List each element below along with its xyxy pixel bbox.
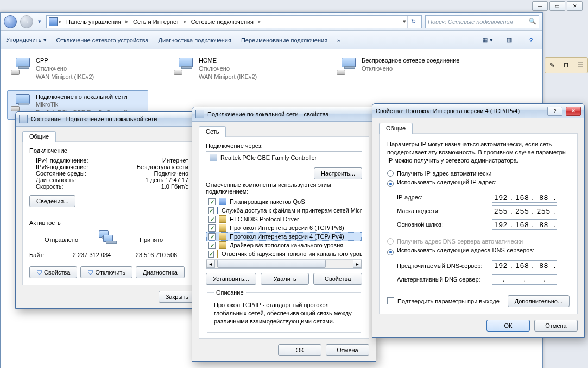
connection-cpp[interactable]: CPP Отключено WAN Miniport (IKEv2) xyxy=(7,54,148,84)
component-icon xyxy=(219,198,226,205)
subnet-mask-field[interactable] xyxy=(492,205,557,216)
status-dialog: Состояние - Подключение по локальной сет… xyxy=(15,111,203,309)
gateway-field[interactable] xyxy=(492,219,557,230)
crumb-0[interactable]: Панель управления xyxy=(63,17,124,26)
side-toolbar: ✎ 🗒 ☰ xyxy=(545,57,588,73)
radio-static-dns[interactable]: Использовать следующие адреса DNS-сервер… xyxy=(387,247,570,255)
component-icon xyxy=(219,241,226,249)
component-icon xyxy=(217,250,218,258)
uninstall-button[interactable]: Удалить xyxy=(261,273,309,285)
selected-component: ✓Протокол Интернета версии 4 (TCP/IPv4) xyxy=(206,232,362,241)
help-titlebar-button[interactable]: ? xyxy=(547,107,562,116)
component-icon xyxy=(219,224,226,232)
tab-general[interactable]: Общие xyxy=(22,131,56,142)
radio-auto-ip[interactable]: Получить IP-адрес автоматически xyxy=(387,170,570,177)
advanced-button[interactable]: Дополнительно... xyxy=(508,295,570,307)
back-button[interactable]: ← xyxy=(4,15,17,28)
checkbox[interactable]: ✓ xyxy=(208,224,216,232)
crumb-sep: ▸ xyxy=(59,18,62,25)
checkbox[interactable]: ✓ xyxy=(208,233,216,240)
os-max-button[interactable]: ▭ xyxy=(549,1,565,11)
checkbox[interactable]: ✓ xyxy=(208,251,214,258)
validate-checkbox[interactable] xyxy=(387,297,394,304)
ok-button[interactable]: ОК xyxy=(278,344,321,356)
help-button[interactable]: ? xyxy=(525,34,537,46)
dns1-field[interactable] xyxy=(492,260,557,271)
close-titlebar-button[interactable]: ✕ xyxy=(566,107,581,116)
close-button[interactable]: Закрыть xyxy=(159,291,195,303)
checkbox[interactable]: ✓ xyxy=(208,198,216,205)
nav-row: ← → ▾ ▸ Панель управления ▸ Сеть и Интер… xyxy=(1,13,542,31)
disable-button[interactable]: 🛡 Отключить xyxy=(80,266,132,278)
adapter-field: Realtek PCIe GBE Family Controller xyxy=(206,151,362,164)
shield-icon: 🛡 xyxy=(36,269,42,276)
dialog-title: Состояние - Подключение по локальной сет… xyxy=(31,116,157,122)
item-properties-button[interactable]: Свойства xyxy=(313,273,362,285)
component-icon xyxy=(219,215,226,223)
preview-pane-button[interactable]: ▥ xyxy=(503,34,515,46)
diagnose-button[interactable]: Диагностика xyxy=(136,266,185,278)
properties-button[interactable]: 🛡 Свойства xyxy=(29,266,77,278)
refresh-button[interactable]: ↻ xyxy=(407,16,419,28)
network-icon xyxy=(173,57,194,76)
diagnose-cmd[interactable]: Диагностика подключения xyxy=(158,37,231,43)
os-close-button[interactable]: ✕ xyxy=(567,1,583,11)
connection-home[interactable]: HOME Отключено WAN Miniport (IKEv2) xyxy=(170,54,311,84)
search-box[interactable]: Поиск: Сетевые подключения 🔍 xyxy=(425,15,539,28)
bytes-sent: 2 237 312 034 xyxy=(60,252,124,258)
os-min-button[interactable]: — xyxy=(532,1,548,11)
radio-static-ip[interactable]: Использовать следующий IP-адрес: xyxy=(387,179,570,188)
components-list[interactable]: ✓Планировщик пакетов QoS ✓Служба доступа… xyxy=(206,197,362,269)
more-cmds[interactable]: » xyxy=(337,37,340,43)
ip-address-field[interactable] xyxy=(492,192,557,203)
tab-network[interactable]: Сеть xyxy=(199,126,226,137)
rename-cmd[interactable]: Переименование подключения xyxy=(241,37,327,43)
nav-history-drop[interactable]: ▾ xyxy=(36,15,43,28)
nic-icon xyxy=(19,115,28,123)
search-icon: 🔍 xyxy=(529,18,536,25)
group-connection-title: Подключение xyxy=(29,147,188,154)
address-bar[interactable]: ▸ Панель управления ▸ Сеть и Интернет ▸ … xyxy=(46,15,422,28)
dialog-title: Подключение по локальной сети - свойства xyxy=(207,111,328,117)
dns2-field[interactable] xyxy=(492,274,557,285)
radio-auto-dns: Получить адрес DNS-сервера автоматически xyxy=(387,238,570,245)
checkbox[interactable]: ✓ xyxy=(208,242,216,249)
configure-button[interactable]: Настроить... xyxy=(314,167,362,179)
network-icon xyxy=(336,57,357,76)
shield-icon: 🛡 xyxy=(87,269,93,276)
bytes-recv: 23 516 710 506 xyxy=(124,252,188,258)
cancel-button[interactable]: Отмена xyxy=(326,344,369,356)
network-icon xyxy=(10,57,31,76)
description-text: Протокол TCP/IP - стандартный протокол г… xyxy=(214,301,354,326)
connection-wireless[interactable]: Беспроводное сетевое соединение Отключен… xyxy=(333,54,474,84)
forward-button[interactable]: → xyxy=(20,15,33,28)
bars-icon[interactable]: ☰ xyxy=(578,61,584,69)
search-placeholder: Поиск: Сетевые подключения xyxy=(428,18,513,25)
tab-general[interactable]: Общие xyxy=(379,123,413,134)
ok-button[interactable]: ОК xyxy=(486,320,530,332)
install-button[interactable]: Установить... xyxy=(206,273,256,285)
checkbox[interactable]: ✓ xyxy=(208,216,216,223)
view-mode-button[interactable]: ▦ ▾ xyxy=(482,34,494,46)
component-icon xyxy=(217,207,218,214)
network-icon xyxy=(10,93,31,113)
note-icon[interactable]: 🗒 xyxy=(563,61,570,69)
cancel-button[interactable]: Отмена xyxy=(534,320,578,332)
hscrollbar[interactable]: ◄► xyxy=(206,259,362,268)
component-icon xyxy=(219,233,226,240)
disable-device-cmd[interactable]: Отключение сетевого устройства xyxy=(56,37,149,43)
crumb-1[interactable]: Сеть и Интернет xyxy=(130,17,182,26)
crumb-2[interactable]: Сетевые подключения xyxy=(188,17,257,26)
crumb-drop[interactable]: ▾ xyxy=(403,18,406,25)
location-icon xyxy=(49,17,58,26)
checkbox[interactable]: ✓ xyxy=(208,207,214,214)
adapter-properties-dialog: Подключение по локальной сети - свойства… xyxy=(192,107,376,362)
dialog-title: Свойства: Протокол Интернета версии 4 (T… xyxy=(376,108,520,114)
details-button[interactable]: Сведения... xyxy=(29,195,75,207)
organize-menu[interactable]: Упорядочить ▾ xyxy=(6,36,47,43)
ipv4-properties-dialog: Свойства: Протокол Интернета версии 4 (T… xyxy=(372,103,585,338)
intro-text: Параметры IP могут назначаться автоматич… xyxy=(387,140,570,165)
nic-icon xyxy=(195,110,204,118)
pencil-icon[interactable]: ✎ xyxy=(549,61,555,69)
nic-icon xyxy=(210,154,217,161)
